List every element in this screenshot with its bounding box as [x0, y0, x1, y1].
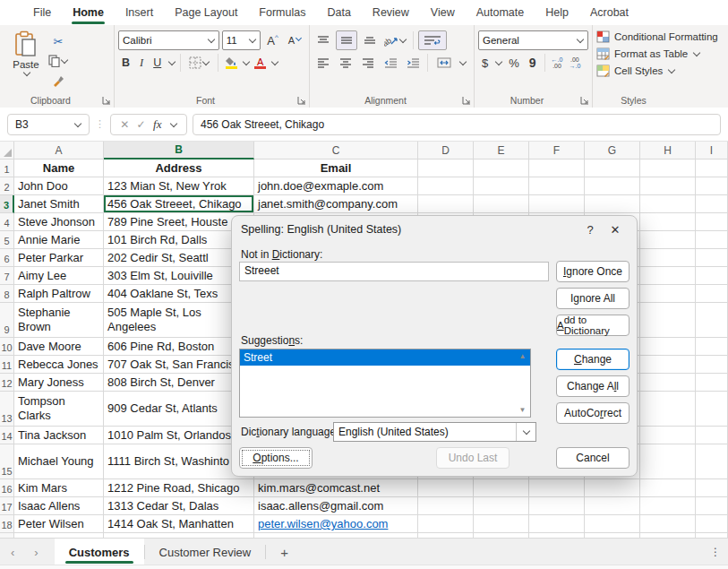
font-color-dropdown-icon[interactable] [271, 58, 278, 65]
cancel-entry-icon[interactable]: ✕ [120, 118, 129, 131]
ribbon-tab-formulas[interactable]: Formulas [249, 2, 315, 24]
cell-A10[interactable]: Dave Moore [14, 338, 104, 356]
number-format-combo[interactable]: General [478, 30, 588, 50]
cell-H17[interactable] [640, 497, 696, 515]
cell-A17[interactable]: Isaac Allens [14, 497, 104, 515]
suggestion-item[interactable]: Street [240, 349, 530, 366]
cell-E3[interactable] [474, 195, 529, 213]
wrap-text-button[interactable] [418, 30, 447, 50]
currency-dropdown-icon[interactable] [495, 58, 502, 65]
column-header-A[interactable]: A [14, 142, 104, 159]
fill-color-dropdown-icon[interactable] [243, 58, 250, 65]
cell-D2[interactable] [418, 177, 474, 195]
cell-E18[interactable] [474, 515, 529, 533]
prev-sheet-icon[interactable]: ‹ [11, 546, 14, 559]
format-as-table-button[interactable]: Format as Table [596, 47, 724, 60]
copy-button[interactable] [48, 52, 68, 70]
column-header-H[interactable]: H [640, 142, 696, 159]
column-header-B[interactable]: B [104, 142, 254, 159]
row-header-9[interactable]: 9 [0, 303, 14, 338]
row-header-3[interactable]: 3 [0, 195, 14, 213]
cancel-button[interactable]: Cancel [556, 447, 630, 469]
ignore-all-button[interactable]: Ignore All [556, 288, 630, 309]
name-box[interactable]: B3 [7, 114, 90, 135]
ribbon-tab-home[interactable]: Home [63, 2, 114, 24]
cell-C17[interactable]: isaac.allens@gmail.com [254, 497, 418, 515]
italic-button[interactable]: I [136, 56, 147, 71]
cell-H5[interactable] [640, 231, 696, 249]
cell-A9[interactable]: Stephanie Brown [14, 303, 104, 338]
grow-font-button[interactable]: A^ [263, 33, 281, 48]
cell-E16[interactable] [474, 479, 529, 497]
cell-I1[interactable] [696, 159, 728, 177]
row-header-2[interactable]: 2 [0, 177, 14, 195]
undo-last-button[interactable]: Undo Last [436, 447, 510, 469]
cell-A5[interactable]: Annie Marie [14, 231, 104, 249]
cell-D18[interactable] [418, 515, 474, 533]
cell-I15[interactable] [696, 444, 728, 479]
enter-entry-icon[interactable]: ✓ [137, 118, 146, 131]
shrink-font-button[interactable]: A [285, 34, 305, 47]
increase-indent-button[interactable] [403, 54, 423, 72]
dictionary-language-combo[interactable]: English (United States) [333, 422, 536, 442]
cell-D16[interactable] [418, 479, 474, 497]
row-header-10[interactable]: 10 [0, 338, 14, 356]
cell-H6[interactable] [640, 249, 696, 267]
cell-C3[interactable]: janet.smith@company.com [254, 195, 418, 213]
cell-A13[interactable]: Tompson Clarks [14, 392, 104, 427]
cell-I18[interactable] [696, 515, 728, 533]
cell-B3[interactable]: 456 Oak Streeet, Chikago [104, 195, 254, 213]
ribbon-tab-automate[interactable]: Automate [467, 2, 535, 24]
cell-G18[interactable] [585, 515, 640, 533]
cell-A12[interactable]: Mary Joness [14, 374, 104, 392]
column-header-C[interactable]: C [254, 142, 418, 159]
ribbon-tab-review[interactable]: Review [363, 2, 419, 24]
cell-H4[interactable] [640, 213, 696, 231]
alignment-dialog-launcher[interactable] [462, 96, 471, 105]
font-size-combo[interactable]: 11 [222, 30, 261, 50]
cell-H7[interactable] [640, 267, 696, 285]
change-button[interactable]: Change [556, 349, 630, 370]
scroll-up-icon[interactable]: ▲ [519, 352, 527, 360]
cell-A6[interactable]: Peter Parkar [14, 249, 104, 267]
cell-H16[interactable] [640, 479, 696, 497]
cell-E17[interactable] [474, 497, 529, 515]
cell-F1[interactable] [529, 159, 585, 177]
cell-G2[interactable] [585, 177, 640, 195]
cell-B2[interactable]: 123 Mian St, New Yrok [104, 177, 254, 195]
cell-F17[interactable] [529, 497, 585, 515]
format-painter-button[interactable] [48, 72, 68, 90]
cell-I14[interactable] [696, 427, 728, 444]
cell-I13[interactable] [696, 392, 728, 427]
cell-styles-dropdown-icon[interactable] [668, 66, 675, 73]
cell-A3[interactable]: Janet Smith [14, 195, 104, 213]
select-all-corner[interactable] [0, 142, 14, 159]
cut-button[interactable]: ✂ [48, 32, 68, 50]
cell-C2[interactable]: john.doe@exmaple.com [254, 177, 418, 195]
cell-I17[interactable] [696, 497, 728, 515]
dialog-help-icon[interactable]: ? [578, 223, 603, 237]
cell-H1[interactable] [640, 159, 696, 177]
cell-A8[interactable]: Ralph Paltrow [14, 285, 104, 303]
ribbon-tab-file[interactable]: File [23, 2, 61, 24]
cell-H12[interactable] [640, 374, 696, 392]
row-header-11[interactable]: 11 [0, 356, 14, 374]
row-header-15[interactable]: 15 [0, 444, 14, 479]
cell-F2[interactable] [529, 177, 585, 195]
column-header-D[interactable]: D [418, 142, 474, 159]
cell-styles-button[interactable]: Cell Styles [596, 65, 724, 77]
ribbon-tab-data[interactable]: Data [317, 2, 360, 24]
next-sheet-icon[interactable]: › [34, 546, 38, 559]
row-header-4[interactable]: 4 [0, 213, 14, 231]
cell-I5[interactable] [696, 231, 728, 249]
cell-I2[interactable] [696, 177, 728, 195]
cell-H10[interactable] [640, 338, 696, 356]
cell-G3[interactable] [585, 195, 640, 213]
cell-B16[interactable]: 1212 Pine Road, Shicago [104, 479, 254, 497]
number-dialog-launcher[interactable] [580, 96, 589, 105]
borders-button[interactable] [185, 56, 213, 70]
row-header-1[interactable]: 1 [0, 159, 14, 177]
align-left-button[interactable] [313, 54, 333, 72]
change-all-button[interactable]: Change All [556, 375, 630, 397]
ignore-once-button[interactable]: Ignore Once [556, 261, 630, 282]
